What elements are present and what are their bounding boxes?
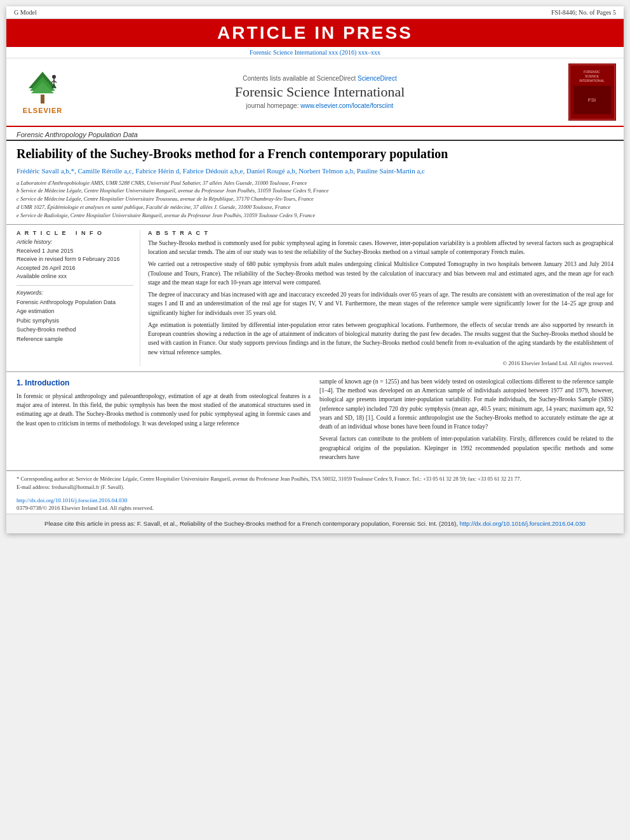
footnote-area: * Corresponding author at: Service de Mé…	[6, 470, 624, 495]
received-date: Received 1 June 2015	[17, 247, 133, 256]
banner-text: ARTICLE IN PRESS	[217, 23, 413, 43]
svg-text:SCIENCE: SCIENCE	[585, 74, 600, 78]
affil-c: c Service de Médecine Légale, Centre Hos…	[17, 196, 613, 203]
elsevier-logo: ELSEVIER	[14, 70, 71, 114]
accepted-date: Accepted 26 April 2016	[17, 264, 133, 273]
homepage-label: journal homepage:	[246, 102, 299, 109]
intro-col2-p1: sample of known age (n = 1255) and has b…	[319, 377, 613, 432]
introduction-section: 1. Introduction In forensic or physical …	[6, 372, 624, 470]
journal-thumbnail: FORENSIC SCIENCE INTERNATIONAL FSI	[568, 63, 616, 121]
available-date: Available online xxx	[17, 272, 133, 281]
keywords-label: Keywords:	[17, 290, 133, 296]
article-info-header: A R T I C L E I N F O	[17, 230, 133, 236]
journal-title: Forensic Science International	[77, 84, 562, 100]
sciencedirect-text: Contents lists available at ScienceDirec…	[243, 75, 356, 82]
svg-text:INTERNATIONAL: INTERNATIONAL	[579, 79, 605, 83]
abstract-header: A B S T R A C T	[148, 230, 613, 236]
section-label-text: Forensic Anthropology Population Data	[17, 131, 138, 138]
keyword-1: Forensic Anthropology Population Data	[17, 298, 133, 307]
abstract-p3: The degree of inaccuracy and bias increa…	[148, 290, 613, 317]
article-main-title: Reliability of the Suchey-Brooks method …	[17, 146, 613, 162]
elsevier-brand-text: ELSEVIER	[23, 107, 62, 114]
abstract-p2: We carried out a retrospective study of …	[148, 260, 613, 287]
top-bar: G Model FSI-8446; No. of Pages 5	[6, 6, 624, 19]
elsevier-tree-icon	[23, 70, 62, 105]
sciencedirect-line: Contents lists available at ScienceDirec…	[77, 75, 562, 82]
homepage-url[interactable]: www.elsevier.com/locate/forsciint	[300, 102, 393, 109]
corresponding-author: * Corresponding author at: Service de Mé…	[17, 475, 613, 483]
issn-line: 0379-0738/© 2016 Elsevier Ireland Ltd. A…	[6, 505, 624, 514]
keyword-3: Pubic symphysis	[17, 316, 133, 325]
authors-text: Frédéric Savall a,b,*, Camille Rérolle a…	[17, 167, 425, 175]
svg-text:FSI: FSI	[588, 97, 596, 103]
journal-homepage: journal homepage: www.elsevier.com/locat…	[77, 102, 562, 109]
journal-center: Contents lists available at ScienceDirec…	[77, 75, 562, 109]
svg-point-4	[52, 75, 56, 79]
citation-text: Please cite this article in press as: F.…	[44, 520, 458, 527]
intro-col2-p2: Several factors can contribute to the pr…	[319, 434, 613, 462]
article-title-area: Reliability of the Suchey-Brooks method …	[6, 141, 624, 225]
abstract-p1: The Suchey-Brooks method is commonly use…	[148, 239, 613, 257]
intro-left-col: 1. Introduction In forensic or physical …	[17, 377, 311, 465]
fsi-number: FSI-8446; No. of Pages 5	[551, 9, 616, 16]
keyword-5: Reference sample	[17, 335, 133, 343]
affil-b: b Service de Médecine Légale, Centre Hos…	[17, 187, 613, 195]
abstract-col: A B S T R A C T The Suchey-Brooks method…	[148, 230, 613, 366]
article-in-press-banner: ARTICLE IN PRESS	[6, 19, 624, 47]
article-authors: Frédéric Savall a,b,*, Camille Rérolle a…	[17, 166, 613, 177]
intro-heading: 1. Introduction	[17, 377, 311, 389]
keyword-2: Age estimation	[17, 307, 133, 316]
page: G Model FSI-8446; No. of Pages 5 ARTICLE…	[6, 6, 624, 533]
email-line: E-mail address: fredsavall@hotmail.fr (F…	[17, 483, 613, 491]
affil-d: d UMR 1027, Épidémiologie et analyses en…	[17, 204, 613, 211]
article-info-col: A R T I C L E I N F O Article history: R…	[17, 230, 140, 366]
article-info-abstract-section: A R T I C L E I N F O Article history: R…	[6, 225, 624, 372]
abstract-p4: Age estimation is potentially limited by…	[148, 321, 613, 357]
history-label: Article history:	[17, 239, 133, 245]
doi-link[interactable]: http://dx.doi.org/10.1016/j.forsciint.20…	[17, 497, 128, 503]
copyright-line: © 2016 Elsevier Ireland Ltd. All rights …	[148, 360, 613, 366]
journal-header: ELSEVIER Contents lists available at Sci…	[6, 58, 624, 127]
email-text: E-mail address: fredsavall@hotmail.fr (F…	[17, 484, 124, 490]
citation-bar: Please cite this article in press as: F.…	[6, 514, 624, 533]
intro-right-col: sample of known age (n = 1255) and has b…	[319, 377, 613, 465]
journal-ref-bar: Forensic Science International xxx (2016…	[6, 47, 624, 58]
intro-p1: In forensic or physical anthropology and…	[17, 392, 311, 428]
section-label: Forensic Anthropology Population Data	[6, 127, 624, 141]
journal-cover-image: FORENSIC SCIENCE INTERNATIONAL FSI	[568, 63, 616, 121]
affiliations-block: a Laboratoire d'Anthropobiologie AMIS, U…	[17, 180, 613, 220]
sciencedirect-link[interactable]: ScienceDirect	[358, 75, 397, 82]
svg-rect-0	[41, 95, 44, 103]
affil-e: e Service de Radiologie, Centre Hospital…	[17, 212, 613, 220]
doi-line: http://dx.doi.org/10.1016/j.forsciint.20…	[6, 495, 624, 505]
journal-ref-text: Forensic Science International xxx (2016…	[250, 49, 380, 56]
affil-a: a Laboratoire d'Anthropobiologie AMIS, U…	[17, 180, 613, 187]
svg-text:FORENSIC: FORENSIC	[584, 70, 600, 74]
abstract-text: The Suchey-Brooks method is commonly use…	[148, 239, 613, 357]
revised-date: Receive in revised form 9 February 2016	[17, 255, 133, 264]
citation-link[interactable]: http://dx.doi.org/10.1016/j.forsciint.20…	[460, 520, 586, 527]
g-model-label: G Model	[14, 9, 37, 16]
keyword-4: Suchey-Brooks method	[17, 325, 133, 334]
intro-two-col: 1. Introduction In forensic or physical …	[17, 377, 613, 465]
divider	[17, 285, 133, 286]
